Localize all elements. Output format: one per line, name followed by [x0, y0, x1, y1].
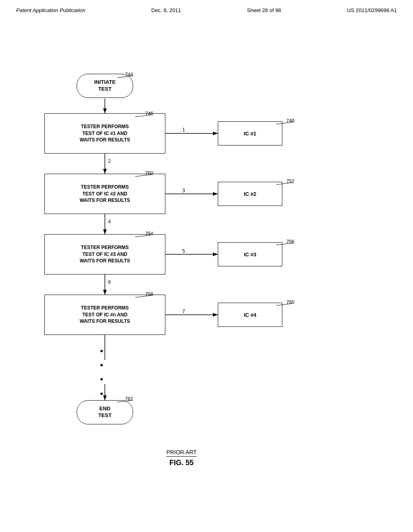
- ic3-node: IC #3: [218, 242, 282, 266]
- ic4-label: IC #4: [244, 312, 256, 318]
- arrow-label-7: 7: [182, 309, 185, 314]
- arrow-label-5: 5: [182, 248, 185, 254]
- header-sheet: Sheet 28 of 98: [247, 7, 281, 13]
- arrow-label-1: 1: [182, 127, 185, 133]
- ref-744: 744: [125, 72, 133, 77]
- ic2-node: IC #2: [218, 182, 282, 206]
- tester4-node: TESTER PERFORMS TEST OF IC #n AND WAITS …: [44, 295, 165, 335]
- ic4-node: IC #4: [218, 303, 282, 327]
- header-patent: US 2011/0299698 A1: [347, 7, 397, 13]
- initiate-test-node: INITIATE TEST: [77, 74, 133, 98]
- ic1-node: IC #1: [218, 121, 282, 145]
- ref-750: 750: [145, 170, 153, 176]
- prior-art-label: PRIOR ART: [141, 449, 222, 457]
- ref-760: 760: [286, 299, 294, 305]
- ref-748: 748: [286, 118, 294, 124]
- ic2-label: IC #2: [244, 191, 256, 197]
- arrow-label-4: 4: [108, 219, 111, 224]
- tester2-node: TESTER PERFORMS TEST OF IC #2 AND WAITS …: [44, 174, 165, 214]
- ref-756: 756: [286, 239, 294, 245]
- arrow-label-6: 6: [108, 279, 111, 285]
- header-date: Dec. 8, 2011: [151, 7, 181, 13]
- ref-762: 762: [125, 396, 133, 402]
- arrow-label-3: 3: [182, 188, 185, 193]
- page-header: Patent Application Publication Dec. 8, 2…: [0, 0, 413, 13]
- tester1-label: TESTER PERFORMS TEST OF IC #1 AND WAITS …: [79, 123, 130, 143]
- initiate-test-label: INITIATE TEST: [94, 79, 115, 93]
- end-test-label: END TEST: [98, 405, 111, 419]
- tester3-label: TESTER PERFORMS TEST OF IC #3 AND WAITS …: [79, 244, 130, 264]
- diagram-area: INITIATE TEST 744 TESTER PERFORMS TEST O…: [0, 21, 413, 497]
- tester2-label: TESTER PERFORMS TEST OF IC #2 AND WAITS …: [79, 184, 130, 204]
- end-test-node: END TEST: [77, 400, 133, 424]
- figure-caption: FIG. 55: [129, 459, 234, 467]
- tester3-node: TESTER PERFORMS TEST OF IC #3 AND WAITS …: [44, 234, 165, 274]
- ref-754: 754: [145, 231, 153, 237]
- continuation-dots: • • • •: [100, 344, 104, 401]
- ic3-label: IC #3: [244, 251, 256, 258]
- arrow-label-2: 2: [108, 158, 111, 164]
- ic1-label: IC #1: [244, 131, 256, 137]
- prior-art-text: PRIOR ART: [166, 449, 196, 457]
- ref-758: 758: [145, 291, 153, 297]
- ref-752: 752: [286, 179, 294, 184]
- ref-746: 746: [145, 111, 153, 116]
- tester4-label: TESTER PERFORMS TEST OF IC #n AND WAITS …: [79, 305, 130, 325]
- header-publication: Patent Application Publication: [16, 7, 86, 13]
- tester1-node: TESTER PERFORMS TEST OF IC #1 AND WAITS …: [44, 113, 165, 154]
